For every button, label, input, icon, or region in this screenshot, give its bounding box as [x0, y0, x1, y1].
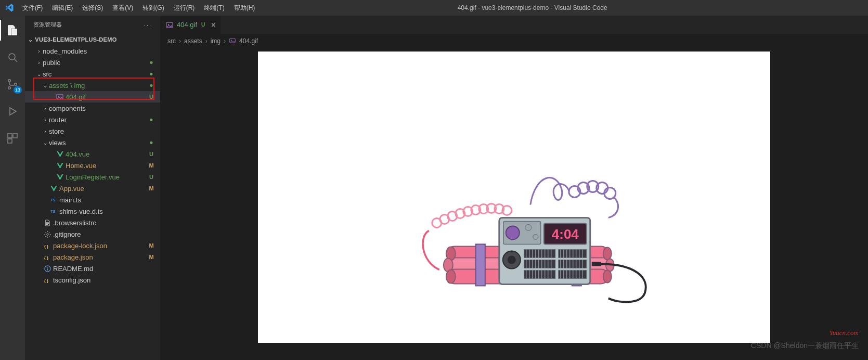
image-preview[interactable]: 4:04 — [160, 48, 868, 360]
git-status: U — [148, 151, 155, 157]
vue-file-icon — [55, 173, 64, 181]
tree-folder[interactable]: ›components — [25, 102, 160, 114]
tree-item-label: .browserslistrc — [53, 219, 155, 227]
tree-folder[interactable]: ⌄assets \ img• — [25, 80, 160, 91]
menu-view[interactable]: 查看(V) — [108, 2, 137, 15]
svg-point-4 — [15, 83, 17, 86]
tree-item-label: src — [43, 70, 148, 78]
tree-file[interactable]: 404.vueU — [25, 148, 160, 160]
tree-folder[interactable]: ⌄src• — [25, 68, 160, 80]
activity-bar: 13 — [0, 16, 25, 360]
menu-file[interactable]: 文件(F) — [18, 2, 47, 15]
git-changed-dot: • — [148, 83, 155, 88]
tree-folder[interactable]: ›store — [25, 125, 160, 137]
activity-search-icon[interactable] — [0, 47, 25, 68]
activity-debug-icon[interactable] — [0, 101, 25, 122]
git-status: M — [148, 162, 155, 169]
tree-item-label: store — [49, 127, 155, 135]
svg-text:{ }: { } — [44, 255, 48, 260]
tree-file[interactable]: Home.vueM — [25, 160, 160, 171]
scm-badge: 13 — [14, 86, 22, 94]
tree-file[interactable]: { }package.jsonM — [25, 251, 160, 263]
tree-item-label: 404.gif — [66, 93, 148, 101]
tree-item-label: router — [49, 116, 148, 124]
chevron-icon: › — [42, 106, 49, 111]
file-tree: ›node_modules›public•⌄src•⌄assets \ img•… — [25, 45, 160, 360]
breadcrumb[interactable]: src› assets› img› 404.gif — [160, 34, 868, 48]
activity-scm-icon[interactable]: 13 — [0, 74, 25, 95]
tree-file[interactable]: { }tsconfig.json — [25, 274, 160, 286]
tree-file[interactable]: { }package-lock.jsonM — [25, 240, 160, 251]
vue-file-icon — [49, 185, 58, 192]
tree-file[interactable]: TSshims-vue.d.ts — [25, 205, 160, 217]
git-status: U — [148, 174, 155, 180]
close-icon[interactable]: × — [211, 21, 215, 29]
git-changed-dot: • — [148, 140, 155, 145]
tree-file[interactable]: TSmain.ts — [25, 194, 160, 205]
svg-rect-13 — [46, 223, 49, 224]
vue-file-icon — [55, 150, 64, 158]
menu-edit[interactable]: 编辑(E) — [48, 2, 77, 15]
menu-select[interactable]: 选择(S) — [78, 2, 107, 15]
tree-item-label: .gitignore — [53, 230, 155, 238]
menu-help[interactable]: 帮助(H) — [230, 2, 260, 15]
svg-text:{ }: { } — [44, 278, 48, 282]
json-file-icon: { } — [43, 276, 52, 284]
chevron-icon: ⌄ — [42, 83, 49, 88]
tree-folder[interactable]: ›node_modules — [25, 45, 160, 57]
svg-text:{ }: { } — [44, 243, 48, 248]
menu-goto[interactable]: 转到(G) — [138, 2, 168, 15]
tree-file[interactable]: .gitignore — [25, 228, 160, 240]
image-canvas: 4:04 — [258, 52, 770, 343]
breadcrumb-part[interactable]: img — [211, 37, 221, 45]
tree-item-label: assets \ img — [49, 82, 148, 89]
bomb-illustration: 4:04 — [390, 142, 660, 314]
menu-run[interactable]: 运行(R) — [170, 2, 199, 15]
sidebar-more-icon[interactable]: ··· — [144, 22, 152, 28]
svg-point-60 — [507, 255, 515, 264]
info-file-icon — [43, 265, 52, 273]
vue-file-icon — [55, 162, 64, 170]
git-changed-dot: • — [148, 117, 155, 122]
svg-point-19 — [47, 267, 48, 268]
activity-extensions-icon[interactable] — [0, 128, 25, 149]
tree-file[interactable]: .browserslistrc — [25, 217, 160, 228]
svg-point-15 — [46, 233, 48, 235]
svg-rect-5 — [8, 134, 12, 138]
sidebar-section-title[interactable]: ⌄ VUE3-ELEMENTPLUS-DEMO — [25, 34, 160, 45]
activity-explorer-icon[interactable] — [0, 20, 25, 41]
chevron-icon: › — [35, 60, 43, 66]
tree-item-label: components — [49, 105, 155, 112]
editor-tab[interactable]: 404.gif U × — [160, 16, 221, 34]
tree-folder[interactable]: ⌄views• — [25, 137, 160, 148]
tree-file[interactable]: README.md — [25, 263, 160, 274]
watermark-site: Yuucn.com — [830, 329, 859, 337]
breadcrumb-part[interactable]: src — [167, 37, 176, 45]
svg-line-1 — [15, 59, 17, 62]
tree-file[interactable]: App.vueM — [25, 183, 160, 194]
chevron-icon: › — [42, 117, 49, 123]
tree-folder[interactable]: ›public• — [25, 57, 160, 68]
svg-point-54 — [506, 226, 519, 239]
ts-file-icon: TS — [49, 196, 58, 203]
git-status: U — [148, 94, 155, 100]
tree-item-label: main.ts — [59, 196, 155, 204]
svg-rect-50 — [475, 244, 485, 286]
breadcrumb-part[interactable]: assets — [184, 37, 202, 45]
git-status: M — [148, 185, 155, 191]
svg-rect-62 — [524, 260, 555, 268]
tree-file[interactable]: 404.gifU — [25, 91, 160, 102]
chevron-icon: ⌄ — [42, 140, 49, 146]
svg-rect-6 — [13, 134, 17, 138]
tree-file[interactable]: LoginRegister.vueU — [25, 171, 160, 183]
breadcrumb-current[interactable]: 404.gif — [239, 37, 258, 45]
svg-point-55 — [525, 224, 531, 230]
titlebar: 文件(F) 编辑(E) 选择(S) 查看(V) 转到(G) 运行(R) 终端(T… — [0, 0, 868, 16]
tree-item-label: package-lock.json — [53, 242, 148, 250]
svg-rect-20 — [47, 268, 47, 270]
svg-point-56 — [533, 234, 538, 239]
svg-text:4:04: 4:04 — [551, 226, 579, 242]
editor-area: 404.gif U × src› assets› img› 404.gif — [160, 16, 868, 360]
menu-terminal[interactable]: 终端(T) — [200, 2, 228, 15]
tree-folder[interactable]: ›router• — [25, 114, 160, 125]
